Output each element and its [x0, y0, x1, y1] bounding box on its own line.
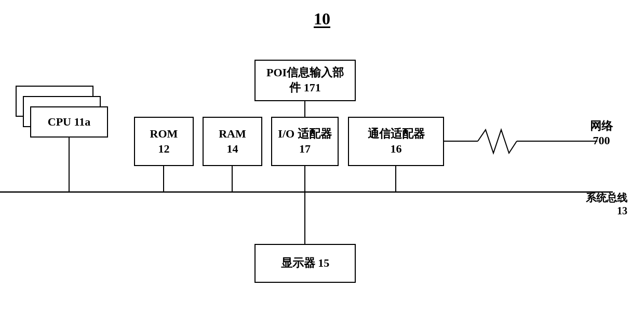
display-box: 显示器 15	[254, 244, 356, 283]
diagram-title: 10	[314, 9, 330, 29]
diagram: 10 CPU 11c CPU 11b CPU 11a ROM12 RAM14 I…	[0, 0, 644, 315]
comm-adapter-box: 通信适配器16	[348, 117, 444, 166]
rom-box: ROM12	[134, 117, 194, 166]
system-bus-label: 系统总线13	[586, 191, 627, 217]
io-adapter-box: I/O 适配器17	[271, 117, 339, 166]
network-label: 网络700	[590, 118, 613, 147]
ram-box: RAM14	[203, 117, 262, 166]
poi-input-box: POI信息输入部件 171	[254, 60, 356, 101]
cpu-11a-box: CPU 11a	[30, 106, 108, 138]
